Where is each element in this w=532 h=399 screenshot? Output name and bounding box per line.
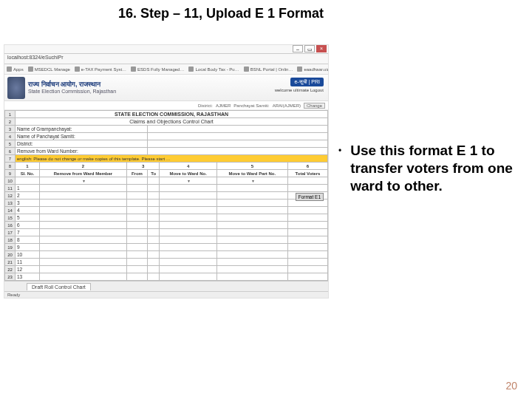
colnum: 3 xyxy=(126,163,160,170)
row-number: 9 xyxy=(5,170,16,177)
table-row: 2313 xyxy=(5,273,328,281)
maximize-button[interactable]: ▭ xyxy=(304,45,315,52)
row-number: 6 xyxy=(5,148,16,155)
table-row: 133 xyxy=(5,200,328,207)
table-row: 2212 xyxy=(5,266,328,273)
spreadsheet-table: 1STATE ELECTION COMMISSION, RAJASTHAN 2C… xyxy=(4,110,328,281)
close-button[interactable]: × xyxy=(316,45,327,52)
crumb-ps-label: Panchayat Samiti: xyxy=(233,103,269,108)
page-icon xyxy=(28,66,33,72)
crumb-ps: ARAI(AJMER) xyxy=(273,103,301,108)
bullet-dot-icon: • xyxy=(338,142,341,194)
bullet-area: • Use this format E 1 to transfer voters… xyxy=(338,142,516,194)
bookmark-item[interactable]: Local Body Tax - Pu… xyxy=(188,65,239,73)
row-number: 19 xyxy=(5,244,16,251)
site-header: राज्य निर्वाचन आयोग, राजस्थान State Elec… xyxy=(4,75,328,101)
col-from: From xyxy=(126,170,147,177)
label-ward: Remove from Ward Number: xyxy=(16,148,148,155)
bookmark-label: eaadhaar.uidai.gov… xyxy=(304,67,328,72)
cell-sl[interactable]: 12 xyxy=(16,266,40,273)
page-icon xyxy=(188,66,194,72)
col-remove: Remove from Ward Member xyxy=(40,170,127,177)
cell-sl[interactable]: 1 xyxy=(16,185,40,192)
cell-sl[interactable]: 3 xyxy=(16,200,40,207)
row-number: 10 xyxy=(5,177,16,185)
window-titlebar: – ▭ × xyxy=(4,45,328,54)
sheet-header: STATE ELECTION COMMISSION, RAJASTHAN xyxy=(16,111,328,118)
site-title-english: State Election Commission, Rajasthan xyxy=(28,89,116,95)
page-icon xyxy=(131,66,136,72)
site-title-hindi: राज्य निर्वाचन आयोग, राजस्थान xyxy=(28,81,116,89)
bookmark-item[interactable]: ESDS Fully Managed… xyxy=(131,65,184,73)
minimize-button[interactable]: – xyxy=(293,45,303,52)
colnum: 4 xyxy=(160,163,216,170)
bookmark-label: ESDS Fully Managed… xyxy=(137,67,184,72)
row-number: 4 xyxy=(5,133,16,140)
bookmark-label: Apps xyxy=(13,67,24,72)
cell-sl[interactable]: 9 xyxy=(16,244,40,251)
col-slno: Sl. No. xyxy=(16,170,40,177)
bullet-text: Use this format E 1 to transfer voters f… xyxy=(350,142,516,194)
sheet-tab-draft[interactable]: Draft Roll Control Chart xyxy=(27,283,91,290)
table-row: 2111 xyxy=(5,259,328,266)
label-ps: Name of Panchayat Samiti: xyxy=(16,133,148,140)
row-number: 12 xyxy=(5,192,16,200)
row-number: 13 xyxy=(5,200,16,207)
cell-sl[interactable]: 4 xyxy=(16,207,40,214)
row-number: 15 xyxy=(5,214,16,222)
row-number: 22 xyxy=(5,266,16,273)
instruction-note: english: Please do not change or make co… xyxy=(16,155,328,163)
row-number: 8 xyxy=(5,163,16,170)
crumb-district: AJMER xyxy=(216,103,231,108)
sheet-subheader: Claims and Objections Control Chart xyxy=(16,118,328,126)
colnum: 1 xyxy=(16,163,40,170)
change-button[interactable]: Change xyxy=(304,103,325,109)
page-icon xyxy=(244,66,249,72)
address-bar[interactable]: localhost:8324/eSuchiPr xyxy=(4,54,328,64)
row-number: 20 xyxy=(5,251,16,259)
col-movetoward: Move to Ward Part No. xyxy=(216,170,287,177)
cell-sl[interactable]: 10 xyxy=(16,251,40,259)
embedded-screenshot: – ▭ × localhost:8324/eSuchiPr Apps MSEDC… xyxy=(4,44,329,299)
bookmarks-bar: Apps MSEDCL Manage e-TAX Payment Syst… E… xyxy=(4,64,328,75)
dropdown-cell[interactable] xyxy=(216,177,287,185)
dropdown-cell[interactable] xyxy=(160,177,216,185)
cell-sl[interactable]: 13 xyxy=(16,273,40,281)
table-row: 122 xyxy=(5,192,328,200)
row-number: 1 xyxy=(5,111,16,118)
bookmark-item[interactable]: eaadhaar.uidai.gov… xyxy=(297,65,328,73)
bookmark-item[interactable]: BSNL Portal | Onlin… xyxy=(244,65,293,73)
bookmark-item[interactable]: e-TAX Payment Syst… xyxy=(75,65,126,73)
cell-sl[interactable]: 11 xyxy=(16,259,40,266)
row-number: 5 xyxy=(5,140,16,148)
cell-sl[interactable]: 7 xyxy=(16,229,40,236)
bookmark-item[interactable]: MSEDCL Manage xyxy=(28,65,70,73)
welcome-text: welcome ultimate Logout xyxy=(275,88,324,92)
colnum: 6 xyxy=(287,163,327,170)
cell-sl[interactable]: 6 xyxy=(16,222,40,229)
row-number: 11 xyxy=(5,185,16,192)
row-number: 7 xyxy=(5,155,16,163)
dropdown-row: 10 xyxy=(5,177,328,185)
table-row: 2010 xyxy=(5,251,328,259)
esuchi-badge: e-सूची | PRI xyxy=(290,78,324,86)
row-number: 23 xyxy=(5,273,16,281)
cell-sl[interactable]: 5 xyxy=(16,214,40,222)
label-district: District: xyxy=(16,140,148,148)
table-row: 177 xyxy=(5,229,328,236)
label-gp: Name of Grampanchayat: xyxy=(16,126,148,133)
row-number: 16 xyxy=(5,222,16,229)
table-row: 111 xyxy=(5,185,328,192)
page-number: 20 xyxy=(505,380,517,392)
colnum: 5 xyxy=(216,163,287,170)
format-e1-button[interactable]: Format E1 xyxy=(296,193,324,201)
dropdown-cell[interactable] xyxy=(40,177,127,185)
cell-sl[interactable]: 2 xyxy=(16,192,40,200)
table-row: 188 xyxy=(5,236,328,244)
row-number: 14 xyxy=(5,207,16,214)
colnum: 2 xyxy=(40,163,127,170)
cell-sl[interactable]: 8 xyxy=(16,236,40,244)
bookmark-apps[interactable]: Apps xyxy=(7,65,24,73)
row-number: 3 xyxy=(5,126,16,133)
col-total: Total Voters xyxy=(287,170,327,177)
